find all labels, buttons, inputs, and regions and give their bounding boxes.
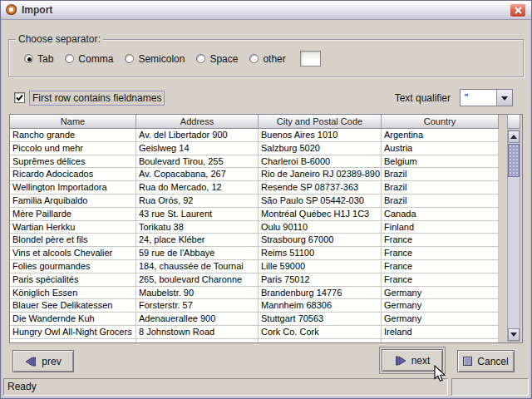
table-cell: Suprêmes délices: [10, 155, 136, 168]
scroll-down-button[interactable]: [508, 328, 520, 341]
table-row[interactable]: Hungry Owl All-Night Grocers8 Johnstown …: [10, 326, 499, 339]
table-cell: Wellington Importadora: [10, 181, 136, 194]
table-cell: Königlich Essen: [10, 287, 136, 299]
next-icon: [395, 356, 406, 366]
table-cell: 8 Johnstown Road: [136, 326, 259, 338]
table-cell: Paris 75012: [259, 273, 382, 286]
table-cell: Austria: [382, 142, 499, 155]
table-row[interactable]: Wartian HerkkuTorikatu 38Oulu 90110Finla…: [10, 221, 499, 234]
table-cell: France: [382, 247, 499, 259]
scroll-up-button[interactable]: [508, 131, 520, 143]
table-cell: Piccolo und mehr: [10, 142, 136, 155]
first-row-checkbox-label[interactable]: First row contains fieldnames: [29, 91, 165, 106]
table-row[interactable]: Vins et alcools Chevalier59 rue de l'Abb…: [10, 247, 499, 260]
table-row[interactable]: Die Wandernde KuhAdenauerallee 900Stuttg…: [10, 313, 499, 326]
table-cell: São Paulo SP 05442-030: [259, 195, 382, 207]
table-cell: Brazil: [382, 181, 499, 194]
radio-label: Semicolon: [138, 53, 185, 65]
table-cell: Belgium: [382, 155, 499, 168]
text-qualifier-group: Text qualifier ": [395, 89, 513, 106]
radio-label: Comma: [78, 53, 113, 65]
vertical-scrollbar[interactable]: [507, 130, 520, 342]
table-cell: Strasbourg 67000: [259, 234, 382, 246]
table-cell: Resende SP 08737-363: [259, 181, 382, 194]
first-row-checkbox[interactable]: [14, 92, 25, 103]
radio-semicolon[interactable]: Semicolon: [125, 53, 185, 65]
prev-icon: [25, 357, 37, 367]
check-icon: [15, 93, 24, 102]
table-body: Rancho grandeAv. del Libertador 900Bueno…: [10, 129, 499, 342]
table-cell: Ireland: [382, 326, 499, 338]
prev-button[interactable]: prev: [12, 350, 74, 372]
table-cell: Germany: [382, 287, 499, 299]
radio-space[interactable]: Space: [196, 53, 238, 65]
next-button-label: next: [411, 355, 431, 367]
table-row[interactable]: [10, 339, 499, 342]
table-cell: Rio de Janeiro RJ 02389-890: [259, 168, 382, 180]
table-cell: Germany: [382, 313, 499, 325]
table-cell: Av. del Libertador 900: [136, 129, 259, 141]
table-cell: France: [382, 234, 499, 246]
table-row[interactable]: Suprêmes délicesBoulevard Tirou, 255Char…: [10, 155, 499, 169]
column-header[interactable]: Address: [136, 115, 259, 129]
table-cell: Argentina: [382, 129, 499, 141]
table-cell: 43 rue St. Laurent: [136, 208, 259, 220]
cancel-button[interactable]: Cancel: [457, 350, 515, 372]
status-message: Ready: [3, 378, 448, 396]
table-row[interactable]: Familia ArquibaldoRua Orós, 92São Paulo …: [10, 195, 499, 208]
radio-circle-icon: [125, 54, 134, 63]
column-header[interactable]: Name: [10, 115, 136, 129]
table-cell: Adenauerallee 900: [136, 313, 259, 325]
table-cell: Blondel père et fils: [10, 234, 136, 246]
table-cell: Die Wandernde Kuh: [10, 313, 136, 325]
table-cell: Hungry Owl All-Night Grocers: [10, 326, 136, 338]
table-row[interactable]: Königlich EssenMaubelstr. 90Brandenburg …: [10, 287, 499, 300]
table-row[interactable]: Mère Paillarde43 rue St. LaurentMontréal…: [10, 208, 499, 221]
table-row[interactable]: Folies gourmandes184, chaussée de Tourna…: [10, 260, 499, 273]
separator-group: Choose separator: TabCommaSemicolonSpace…: [8, 39, 524, 77]
table-row[interactable]: Blondel père et fils24, place KléberStra…: [10, 234, 499, 247]
table-cell: Canada: [382, 208, 499, 220]
table-row[interactable]: Ricardo AdocicadosAv. Copacabana, 267Rio…: [10, 168, 499, 181]
text-qualifier-label: Text qualifier: [395, 92, 451, 104]
table-cell: [136, 339, 259, 342]
window-title: Import: [22, 4, 52, 16]
table-row[interactable]: Rancho grandeAv. del Libertador 900Bueno…: [10, 129, 499, 142]
other-separator-input[interactable]: [300, 51, 321, 66]
table-cell: [10, 339, 136, 342]
chevron-down-icon[interactable]: [496, 90, 512, 106]
radio-other[interactable]: other: [249, 53, 285, 65]
radio-tab[interactable]: Tab: [24, 53, 53, 65]
table-cell: Av. Copacabana, 267: [136, 168, 259, 180]
table-cell: Blauer See Delikatessen: [10, 299, 136, 312]
table-cell: 184, chaussée de Tournai: [136, 260, 259, 273]
table-cell: Charleroi B-6000: [259, 155, 382, 168]
column-header[interactable]: City and Postal Code: [259, 115, 382, 129]
titlebar[interactable]: Import: [1, 1, 531, 20]
table-cell: 265, boulevard Charonne: [136, 273, 259, 286]
table-row[interactable]: Piccolo und mehrGeislweg 14Salzburg 5020…: [10, 142, 499, 155]
table-cell: Brazil: [382, 195, 499, 207]
radio-circle-icon: [65, 54, 74, 63]
radio-label: Space: [209, 53, 238, 65]
table-cell: Torikatu 38: [136, 221, 259, 234]
table-cell: Brazil: [382, 168, 499, 180]
table-cell: Maubelstr. 90: [136, 287, 259, 299]
table-cell: Montréal Québec H1J 1C3: [259, 208, 382, 220]
column-header[interactable]: Country: [382, 115, 499, 129]
table-cell: Mère Paillarde: [10, 208, 136, 220]
radio-circle-icon: [249, 54, 259, 63]
close-button[interactable]: [510, 3, 526, 17]
text-qualifier-select[interactable]: ": [460, 89, 513, 106]
radio-circle-icon: [196, 54, 205, 63]
table-header: NameAddressCity and Postal CodeCountry: [10, 115, 522, 129]
radio-label: Tab: [37, 53, 53, 65]
next-button[interactable]: next: [382, 349, 443, 372]
scrollbar-thumb[interactable]: [508, 144, 520, 177]
table-row[interactable]: Paris spécialités265, boulevard Charonne…: [10, 273, 499, 287]
radio-comma[interactable]: Comma: [65, 53, 113, 65]
table-cell: Salzburg 5020: [259, 142, 382, 155]
table-row[interactable]: Blauer See DelikatessenForsterstr. 57Man…: [10, 299, 499, 313]
table-cell: Brandenburg 14776: [259, 287, 382, 299]
table-row[interactable]: Wellington ImportadoraRua do Mercado, 12…: [10, 181, 499, 195]
